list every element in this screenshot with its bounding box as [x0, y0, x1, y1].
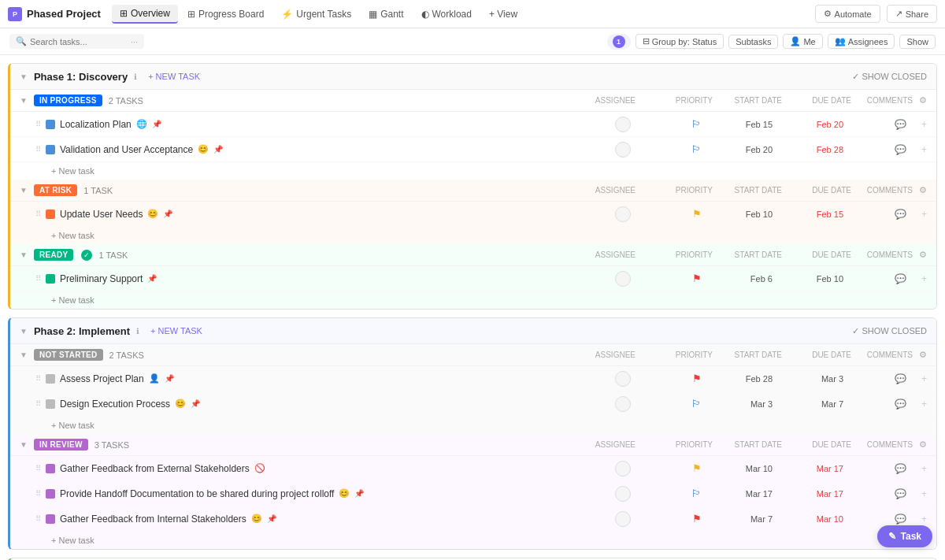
- add-task-row[interactable]: + New task: [10, 227, 936, 244]
- task-pin-icon[interactable]: 📌: [163, 210, 172, 218]
- assignees-button[interactable]: 👥 Assignees: [828, 34, 895, 49]
- group-settings-icon[interactable]: ⚙: [919, 185, 927, 195]
- in-progress-chevron[interactable]: ▼: [20, 96, 28, 105]
- add-task-row[interactable]: + New task: [10, 417, 936, 434]
- task-checkbox[interactable]: [46, 145, 55, 154]
- comment-cell[interactable]: 💬: [843, 373, 906, 384]
- not-started-chevron[interactable]: ▼: [20, 350, 28, 359]
- priority-cell[interactable]: ⚑: [631, 513, 702, 525]
- task-name[interactable]: Provide Handoff Documentation to be shar…: [60, 488, 334, 499]
- add-col-btn[interactable]: +: [906, 399, 927, 410]
- task-pin-icon[interactable]: 📌: [267, 514, 276, 523]
- task-checkbox[interactable]: [46, 399, 55, 409]
- assignee-cell[interactable]: [560, 511, 631, 527]
- comment-cell[interactable]: 💬: [843, 399, 906, 410]
- drag-handle-icon[interactable]: ⠿: [35, 489, 41, 498]
- phase2-info-icon[interactable]: ℹ: [136, 327, 139, 336]
- assignee-cell[interactable]: [560, 461, 631, 477]
- priority-cell[interactable]: 🏳: [631, 488, 702, 499]
- task-checkbox[interactable]: [46, 514, 55, 524]
- tab-progress-board[interactable]: ⊞ Progress Board: [180, 6, 272, 23]
- tab-workload[interactable]: ◐ Workload: [413, 6, 480, 23]
- tab-overview[interactable]: ⊞ Overview: [112, 5, 178, 24]
- filter-badge[interactable]: 1: [607, 34, 631, 50]
- group-settings-icon[interactable]: ⚙: [919, 250, 927, 260]
- automate-button[interactable]: ⚙ Automate: [815, 5, 880, 23]
- group-settings-icon[interactable]: ⚙: [919, 350, 927, 360]
- show-button[interactable]: Show: [899, 35, 936, 49]
- more-icon[interactable]: ···: [131, 37, 138, 46]
- task-name[interactable]: Localization Plan: [60, 119, 132, 130]
- add-task-row[interactable]: + New task: [10, 291, 936, 309]
- comment-cell[interactable]: 💬: [843, 514, 906, 525]
- task-checkbox[interactable]: [46, 489, 55, 499]
- add-col-btn[interactable]: +: [906, 273, 927, 284]
- priority-cell[interactable]: 🏳: [631, 118, 702, 130]
- task-checkbox[interactable]: [46, 374, 55, 384]
- task-checkbox[interactable]: [46, 464, 55, 473]
- assignee-cell[interactable]: [560, 206, 631, 222]
- task-name[interactable]: Design Execution Process: [60, 399, 170, 410]
- comment-cell[interactable]: 💬: [843, 273, 906, 284]
- subtasks-button[interactable]: Subtasks: [728, 35, 778, 49]
- in-review-chevron[interactable]: ▼: [20, 440, 28, 449]
- phase2-show-closed[interactable]: ✓ SHOW CLOSED: [852, 326, 927, 336]
- add-col-btn[interactable]: +: [906, 514, 927, 525]
- drag-handle-icon[interactable]: ⠿: [35, 145, 41, 154]
- assignee-cell[interactable]: [560, 142, 631, 158]
- phase1-header[interactable]: ▼ Phase 1: Discovery ℹ + NEW TASK ✓ SHOW…: [10, 64, 936, 90]
- priority-cell[interactable]: ⚑: [631, 462, 702, 474]
- add-col-btn[interactable]: +: [906, 209, 927, 220]
- task-name[interactable]: Update User Needs: [60, 209, 143, 220]
- tab-urgent-tasks[interactable]: ⚡ Urgent Tasks: [273, 6, 359, 23]
- assignee-cell[interactable]: [560, 371, 631, 387]
- drag-handle-icon[interactable]: ⠿: [35, 274, 41, 283]
- comment-cell[interactable]: 💬: [843, 463, 906, 474]
- priority-cell[interactable]: ⚑: [631, 373, 702, 384]
- priority-cell[interactable]: 🏳: [631, 398, 702, 410]
- task-pin-icon[interactable]: 📌: [213, 145, 223, 154]
- assignee-cell[interactable]: [560, 117, 631, 132]
- task-name[interactable]: Preliminary Support: [60, 273, 143, 284]
- task-pin-icon[interactable]: 📌: [165, 374, 174, 383]
- ready-chevron[interactable]: ▼: [20, 250, 28, 259]
- add-col-btn[interactable]: +: [906, 119, 927, 130]
- me-button[interactable]: 👤 Me: [783, 34, 822, 49]
- priority-cell[interactable]: ⚑: [631, 208, 702, 220]
- priority-cell[interactable]: 🏳: [631, 143, 702, 155]
- drag-handle-icon[interactable]: ⠿: [35, 514, 41, 523]
- task-name[interactable]: Gather Feedback from Internal Stakeholde…: [60, 514, 246, 525]
- task-name[interactable]: Validation and User Acceptance: [60, 144, 193, 155]
- add-col-btn[interactable]: +: [906, 488, 927, 499]
- phase1-show-closed[interactable]: ✓ SHOW CLOSED: [852, 72, 927, 82]
- task-checkbox[interactable]: [46, 274, 55, 284]
- comment-cell[interactable]: 💬: [843, 144, 906, 155]
- search-box[interactable]: 🔍 ···: [9, 34, 144, 49]
- task-pin-icon[interactable]: 📌: [191, 399, 200, 408]
- add-col-btn[interactable]: +: [906, 373, 927, 384]
- group-by-button[interactable]: ⊟ Group by: Status: [636, 34, 724, 49]
- search-input[interactable]: [30, 37, 124, 46]
- add-task-row[interactable]: + New task: [10, 532, 936, 549]
- task-pin-icon[interactable]: 📌: [147, 274, 157, 283]
- assignee-cell[interactable]: [560, 396, 631, 412]
- drag-handle-icon[interactable]: ⠿: [35, 210, 41, 218]
- phase1-info-icon[interactable]: ℹ: [134, 72, 137, 81]
- tab-add-view[interactable]: + View: [481, 6, 525, 23]
- share-button[interactable]: ↗ Share: [887, 5, 937, 23]
- at-risk-chevron[interactable]: ▼: [20, 186, 28, 195]
- task-checkbox[interactable]: [46, 120, 55, 129]
- comment-cell[interactable]: 💬: [843, 119, 906, 130]
- assignee-cell[interactable]: [560, 486, 631, 502]
- assignee-cell[interactable]: [560, 271, 631, 287]
- priority-cell[interactable]: ⚑: [631, 273, 702, 284]
- comment-cell[interactable]: 💬: [843, 209, 906, 220]
- drag-handle-icon[interactable]: ⠿: [35, 399, 41, 408]
- add-task-row[interactable]: + New task: [10, 162, 936, 180]
- task-checkbox[interactable]: [46, 210, 55, 219]
- phase2-header[interactable]: ▼ Phase 2: Implement ℹ + NEW TASK ✓ SHOW…: [10, 318, 936, 344]
- phase1-new-task-btn[interactable]: + NEW TASK: [143, 70, 205, 83]
- phase2-new-task-btn[interactable]: + NEW TASK: [146, 325, 207, 337]
- group-settings-icon[interactable]: ⚙: [919, 95, 927, 106]
- task-name[interactable]: Gather Feedback from External Stakeholde…: [60, 463, 250, 474]
